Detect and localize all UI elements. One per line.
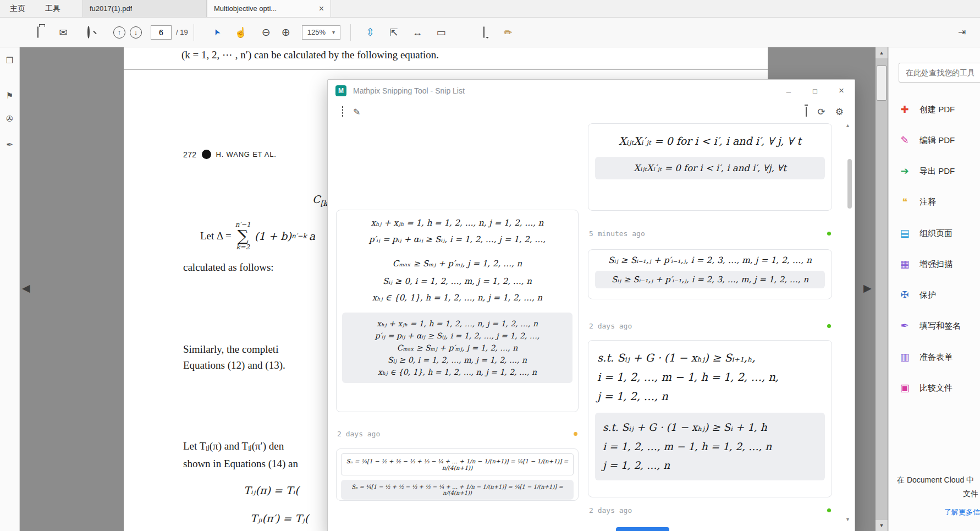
snip-raw-preview[interactable]: Sᵢⱼ ≥ Sᵢ₋₁,ⱼ + p′ᵢ₋₁,ⱼ, i = 2, 3, …, m, … (595, 271, 825, 288)
pdf-authors: H. WANG ET AL. (216, 150, 277, 158)
snip-card[interactable]: xₕⱼ + xⱼₕ = 1, h = 1, 2, …, n, j = 1, 2,… (336, 210, 579, 412)
sidebar-item-label: 编辑 PDF (920, 135, 955, 146)
learn-more-link[interactable]: 了解更多信… (944, 507, 980, 517)
fill-sign-icon: ✒ (899, 320, 911, 332)
maximize-button[interactable]: □ (802, 80, 828, 102)
tab-close-icon[interactable]: × (319, 4, 324, 14)
zoom-in-button[interactable]: ⊕ (277, 27, 295, 37)
toolbar-divider (350, 24, 351, 41)
snip-card[interactable]: Sₙ = ¼[1 − ½ + ½ − ⅓ + ⅓ − ¼ + … + 1/n −… (336, 448, 579, 501)
snip-equation: Sᵢⱼ ≥ 0, i = 1, 2, …, m, j = 1, 2, …, n (345, 355, 569, 364)
sidebar-item-label: 组织页面 (920, 228, 953, 239)
sidebar-item-enhance-scans[interactable]: ▦ 增强扫描 (899, 258, 953, 270)
fit-page-button[interactable]: ⇱ (384, 28, 403, 37)
fit-width-button[interactable]: ↔ (408, 28, 427, 37)
comment-tool-button[interactable] (475, 28, 493, 37)
search-button[interactable] (79, 28, 98, 37)
sync-status-dot (827, 324, 831, 328)
scroll-down-button[interactable]: ▼ (876, 520, 888, 531)
select-tool-button[interactable]: ➤ (207, 28, 226, 37)
sidebar-item-label: 保护 (920, 290, 936, 300)
snip-equation: Cₘₐₓ ≥ Sₘⱼ + p′ₘⱼ, j = 1, 2, …, n (345, 343, 569, 352)
tab-home[interactable]: 主页 (0, 0, 35, 17)
sidebar-item-export-pdf[interactable]: ➔ 导出 PDF (899, 165, 955, 177)
sidebar-item-compare-files[interactable]: ▣ 比较文件 (899, 382, 953, 394)
scrollbar-thumb[interactable] (877, 65, 887, 101)
document-tab-multiobjective[interactable]: Multiobjective opti... × (207, 0, 331, 17)
next-page-arrow[interactable]: ▶ (863, 282, 872, 294)
document-cloud-text: 文件 (963, 489, 978, 499)
snip-raw-preview[interactable]: s.t. Sᵢⱼ + G · (1 − xₕⱼ) ≥ Sᵢ + 1, h i =… (595, 413, 825, 480)
comment-icon: ❝ (899, 196, 911, 208)
zoom-level-select[interactable]: 125% ▾ (302, 25, 340, 40)
snip-action-button[interactable] (616, 527, 669, 531)
snip-timestamp-row: 2 days ago (337, 430, 577, 438)
attachments-icon[interactable]: ✇ (6, 114, 13, 123)
sidebar-item-create-pdf[interactable]: ✚ 创建 PDF (899, 103, 955, 116)
snip-card[interactable]: Sᵢⱼ ≥ Sᵢ₋₁,ⱼ + p′ᵢ₋₁,ⱼ, i = 2, 3, …, m, … (588, 249, 832, 299)
snip-equation: Sₙ = ¼[1 − ½ + ½ − ⅓ + ⅓ − ¼ + … + 1/n −… (344, 458, 571, 471)
mathpix-titlebar[interactable]: M Mathpix Snipping Tool - Snip List – □ … (328, 80, 855, 102)
settings-button[interactable]: ⚙ (835, 106, 844, 118)
page-thumbnails-icon[interactable]: ❐ (6, 56, 13, 64)
pdf-paragraph: Similarly, the completi (183, 343, 278, 355)
snip-card[interactable]: XᵢⱼₜXᵢ′ⱼₜ = 0 for i < i′, i and i′, ∀ j,… (588, 123, 832, 211)
sidebar-item-edit-pdf[interactable]: ✎ 编辑 PDF (899, 134, 955, 146)
tools-search-input[interactable] (899, 63, 980, 83)
minimize-button[interactable]: – (775, 80, 802, 102)
previous-page-button[interactable]: ↑ (113, 26, 125, 39)
pdf-running-header: 272 H. WANG ET AL. (183, 150, 277, 159)
create-pdf-icon: ✚ (899, 103, 911, 116)
highlight-tool-button[interactable]: ✏ (499, 28, 517, 37)
sync-status-dot (827, 232, 831, 236)
snip-raw-preview[interactable]: xₕⱼ + xⱼₕ = 1, h = 1, 2, …, n, j = 1, 2,… (342, 313, 572, 383)
toolbar-divider (194, 24, 194, 41)
window-scroll-down-icon[interactable]: ▼ (845, 517, 850, 522)
sidebar-item-protect[interactable]: ✠ 保护 (899, 289, 936, 301)
sidebar-item-prepare-form[interactable]: ▥ 准备表单 (899, 351, 953, 363)
snip-card[interactable]: s.t. Sᵢⱼ + G · (1 − xₕⱼ) ≥ Sᵢ₊₁,ₕ, i = 1… (588, 340, 832, 497)
mathpix-logo: M (335, 85, 346, 96)
edit-snip-button[interactable]: ✎ (353, 107, 360, 117)
sidebar-item-fill-sign[interactable]: ✒ 填写和签名 (899, 320, 961, 332)
pdf-scrollbar[interactable]: ▲ ▼ (876, 47, 888, 531)
snip-raw-preview[interactable]: Sₙ = ¼[1 − ½ + ½ − ⅓ + ⅓ − ¼ + … + 1/n −… (341, 480, 574, 500)
sidebar-item-comment[interactable]: ❝ 注释 (899, 196, 936, 208)
window-title: Mathpix Snipping Tool - Snip List (353, 86, 465, 95)
scroll-up-button[interactable]: ▲ (876, 47, 888, 58)
next-page-button[interactable]: ↓ (130, 26, 142, 39)
snip-raw-preview[interactable]: XᵢⱼₜXᵢ′ⱼₜ = 0 for i < i′, i and i′, ∀j, … (595, 157, 825, 179)
bookmarks-icon[interactable]: ⚑ (6, 91, 13, 100)
pdf-paragraph: (k = 1, 2, ⋯ , n′) can be calculated by … (181, 48, 439, 61)
hand-tool-button[interactable]: ☝ (232, 28, 250, 37)
sidebar-item-organize-pages[interactable]: ▤ 组织页面 (899, 227, 953, 239)
window-scroll-up-icon[interactable]: ▲ (845, 123, 850, 128)
print-button[interactable] (29, 28, 47, 37)
enhance-scans-icon: ▦ (899, 258, 911, 270)
fullscreen-button[interactable]: ▭ (432, 28, 450, 37)
search-icon (87, 26, 90, 39)
document-tab-fu2017[interactable]: fu2017(1).pdf (82, 0, 207, 17)
panel-toggle-button[interactable]: ⇥ (953, 28, 971, 37)
scrolling-mode-button[interactable]: ⇳ (361, 27, 379, 37)
snip-equation: xₕⱼ ∈ {0, 1}, h = 1, 2, …, n, j = 1, 2, … (345, 368, 569, 376)
previous-page-arrow[interactable]: ◀ (22, 282, 30, 294)
snip-timestamp-row: 5 minutes ago (589, 229, 831, 238)
page-number-input[interactable] (151, 25, 172, 40)
email-button[interactable]: ✉ (54, 28, 73, 37)
zoom-out-button[interactable]: ⊖ (257, 27, 276, 37)
close-button[interactable]: × (828, 80, 855, 102)
tools-sidebar: ✚ 创建 PDF ✎ 编辑 PDF ➔ 导出 PDF ❝ 注释 ▤ 组织页面 ▦… (888, 47, 980, 531)
tab-tools[interactable]: 工具 (35, 0, 70, 17)
document-cloud-text: 在 Document Cloud 中 (897, 475, 974, 485)
signatures-icon[interactable]: ✒ (6, 140, 13, 149)
sidebar-item-label: 导出 PDF (920, 166, 955, 177)
sync-button[interactable]: ⟳ (818, 106, 825, 118)
snip-timestamp: 2 days ago (589, 506, 632, 514)
sidebar-item-label: 创建 PDF (920, 105, 955, 115)
new-snip-button[interactable] (342, 107, 343, 117)
trash-icon (806, 107, 807, 117)
window-scrollbar-thumb[interactable] (847, 159, 852, 209)
delete-snip-button[interactable] (806, 107, 807, 117)
compare-files-icon: ▣ (899, 382, 911, 394)
